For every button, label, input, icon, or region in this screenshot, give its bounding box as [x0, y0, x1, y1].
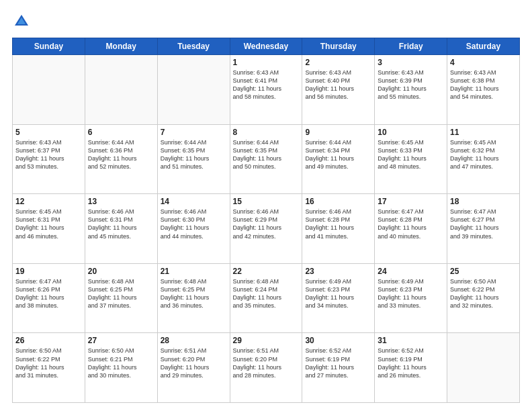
calendar-cell: 23Sunrise: 6:49 AM Sunset: 6:23 PM Dayli… [302, 263, 375, 333]
calendar-cell: 28Sunrise: 6:51 AM Sunset: 6:20 PM Dayli… [157, 333, 230, 403]
calendar-cell: 4Sunrise: 6:43 AM Sunset: 6:38 PM Daylig… [447, 55, 520, 125]
day-number: 23 [305, 267, 371, 276]
day-number: 16 [305, 197, 371, 206]
calendar-cell: 14Sunrise: 6:46 AM Sunset: 6:30 PM Dayli… [157, 194, 230, 264]
day-info: Sunrise: 6:45 AM Sunset: 6:32 PM Dayligh… [450, 138, 517, 171]
day-info: Sunrise: 6:49 AM Sunset: 6:23 PM Dayligh… [378, 277, 444, 310]
logo [12, 12, 34, 31]
day-info: Sunrise: 6:43 AM Sunset: 6:37 PM Dayligh… [15, 138, 82, 171]
day-number: 24 [378, 267, 444, 276]
day-number: 5 [15, 128, 82, 137]
calendar-cell: 25Sunrise: 6:50 AM Sunset: 6:22 PM Dayli… [447, 263, 520, 333]
day-info: Sunrise: 6:47 AM Sunset: 6:27 PM Dayligh… [450, 208, 517, 240]
calendar-cell: 12Sunrise: 6:45 AM Sunset: 6:31 PM Dayli… [13, 194, 85, 264]
calendar-row: 5Sunrise: 6:43 AM Sunset: 6:37 PM Daylig… [13, 124, 520, 194]
day-number: 4 [450, 58, 517, 67]
calendar-cell: 18Sunrise: 6:47 AM Sunset: 6:27 PM Dayli… [447, 194, 520, 264]
day-info: Sunrise: 6:51 AM Sunset: 6:20 PM Dayligh… [161, 347, 227, 379]
day-info: Sunrise: 6:45 AM Sunset: 6:31 PM Dayligh… [15, 208, 82, 240]
calendar-cell: 19Sunrise: 6:47 AM Sunset: 6:26 PM Dayli… [13, 263, 85, 333]
calendar-cell: 3Sunrise: 6:43 AM Sunset: 6:39 PM Daylig… [375, 55, 447, 125]
day-number: 30 [305, 336, 371, 345]
calendar-cell: 24Sunrise: 6:49 AM Sunset: 6:23 PM Dayli… [375, 263, 447, 333]
day-info: Sunrise: 6:44 AM Sunset: 6:35 PM Dayligh… [161, 138, 227, 171]
calendar-cell: 31Sunrise: 6:52 AM Sunset: 6:19 PM Dayli… [375, 333, 447, 403]
calendar-cell: 29Sunrise: 6:51 AM Sunset: 6:20 PM Dayli… [230, 333, 302, 403]
calendar-cell: 17Sunrise: 6:47 AM Sunset: 6:28 PM Dayli… [375, 194, 447, 264]
day-number: 26 [15, 336, 82, 345]
calendar-cell: 22Sunrise: 6:48 AM Sunset: 6:24 PM Dayli… [230, 263, 302, 333]
logo-icon [12, 12, 31, 31]
day-info: Sunrise: 6:50 AM Sunset: 6:22 PM Dayligh… [450, 277, 517, 310]
day-number: 11 [450, 128, 517, 137]
day-info: Sunrise: 6:51 AM Sunset: 6:20 PM Dayligh… [233, 347, 300, 379]
calendar-cell: 8Sunrise: 6:44 AM Sunset: 6:35 PM Daylig… [230, 124, 302, 194]
day-number: 21 [161, 267, 227, 276]
day-number: 15 [233, 197, 300, 206]
calendar-cell: 2Sunrise: 6:43 AM Sunset: 6:40 PM Daylig… [302, 55, 375, 125]
day-number: 29 [233, 336, 300, 345]
day-number: 7 [161, 128, 227, 137]
calendar-row: 1Sunrise: 6:43 AM Sunset: 6:41 PM Daylig… [13, 55, 520, 125]
day-number: 19 [15, 267, 82, 276]
day-info: Sunrise: 6:44 AM Sunset: 6:36 PM Dayligh… [88, 138, 154, 171]
calendar-cell: 7Sunrise: 6:44 AM Sunset: 6:35 PM Daylig… [157, 124, 230, 194]
day-info: Sunrise: 6:43 AM Sunset: 6:39 PM Dayligh… [378, 68, 444, 101]
calendar-cell: 13Sunrise: 6:46 AM Sunset: 6:31 PM Dayli… [85, 194, 157, 264]
day-info: Sunrise: 6:47 AM Sunset: 6:26 PM Dayligh… [15, 277, 82, 310]
day-number: 3 [378, 58, 444, 67]
day-number: 6 [88, 128, 154, 137]
weekday-header: Sunday [13, 38, 85, 55]
calendar-cell [447, 333, 520, 403]
calendar-cell [13, 55, 85, 125]
calendar-cell: 5Sunrise: 6:43 AM Sunset: 6:37 PM Daylig… [13, 124, 85, 194]
day-info: Sunrise: 6:46 AM Sunset: 6:28 PM Dayligh… [305, 208, 371, 240]
calendar-cell: 6Sunrise: 6:44 AM Sunset: 6:36 PM Daylig… [85, 124, 157, 194]
day-number: 13 [88, 197, 154, 206]
day-info: Sunrise: 6:45 AM Sunset: 6:33 PM Dayligh… [378, 138, 444, 171]
calendar-cell: 16Sunrise: 6:46 AM Sunset: 6:28 PM Dayli… [302, 194, 375, 264]
calendar-cell: 21Sunrise: 6:48 AM Sunset: 6:25 PM Dayli… [157, 263, 230, 333]
calendar-cell: 9Sunrise: 6:44 AM Sunset: 6:34 PM Daylig… [302, 124, 375, 194]
calendar-row: 19Sunrise: 6:47 AM Sunset: 6:26 PM Dayli… [13, 263, 520, 333]
calendar-table: SundayMondayTuesdayWednesdayThursdayFrid… [12, 38, 520, 403]
day-info: Sunrise: 6:48 AM Sunset: 6:25 PM Dayligh… [161, 277, 227, 310]
header [12, 12, 520, 31]
day-info: Sunrise: 6:46 AM Sunset: 6:29 PM Dayligh… [233, 208, 300, 240]
weekday-header: Wednesday [230, 38, 302, 55]
day-info: Sunrise: 6:52 AM Sunset: 6:19 PM Dayligh… [305, 347, 371, 379]
calendar-cell [157, 55, 230, 125]
day-number: 31 [378, 336, 444, 345]
day-number: 18 [450, 197, 517, 206]
weekday-header: Tuesday [157, 38, 230, 55]
calendar-cell: 15Sunrise: 6:46 AM Sunset: 6:29 PM Dayli… [230, 194, 302, 264]
weekday-header: Friday [375, 38, 447, 55]
day-number: 9 [305, 128, 371, 137]
page: SundayMondayTuesdayWednesdayThursdayFrid… [0, 0, 532, 411]
calendar-header-row: SundayMondayTuesdayWednesdayThursdayFrid… [13, 38, 520, 55]
day-number: 14 [161, 197, 227, 206]
day-info: Sunrise: 6:47 AM Sunset: 6:28 PM Dayligh… [378, 208, 444, 240]
day-info: Sunrise: 6:44 AM Sunset: 6:34 PM Dayligh… [305, 138, 371, 171]
day-number: 20 [88, 267, 154, 276]
day-info: Sunrise: 6:43 AM Sunset: 6:40 PM Dayligh… [305, 68, 371, 101]
calendar-cell: 10Sunrise: 6:45 AM Sunset: 6:33 PM Dayli… [375, 124, 447, 194]
day-info: Sunrise: 6:43 AM Sunset: 6:38 PM Dayligh… [450, 68, 517, 101]
day-number: 17 [378, 197, 444, 206]
calendar-cell: 26Sunrise: 6:50 AM Sunset: 6:22 PM Dayli… [13, 333, 85, 403]
day-number: 22 [233, 267, 300, 276]
day-info: Sunrise: 6:50 AM Sunset: 6:21 PM Dayligh… [88, 347, 154, 379]
calendar-cell: 20Sunrise: 6:48 AM Sunset: 6:25 PM Dayli… [85, 263, 157, 333]
day-info: Sunrise: 6:43 AM Sunset: 6:41 PM Dayligh… [233, 68, 300, 101]
day-number: 28 [161, 336, 227, 345]
day-number: 2 [305, 58, 371, 67]
day-number: 27 [88, 336, 154, 345]
day-info: Sunrise: 6:49 AM Sunset: 6:23 PM Dayligh… [305, 277, 371, 310]
calendar-cell: 11Sunrise: 6:45 AM Sunset: 6:32 PM Dayli… [447, 124, 520, 194]
calendar-row: 12Sunrise: 6:45 AM Sunset: 6:31 PM Dayli… [13, 194, 520, 264]
day-info: Sunrise: 6:52 AM Sunset: 6:19 PM Dayligh… [378, 347, 444, 379]
weekday-header: Monday [85, 38, 157, 55]
day-number: 1 [233, 58, 300, 67]
day-info: Sunrise: 6:46 AM Sunset: 6:30 PM Dayligh… [161, 208, 227, 240]
day-info: Sunrise: 6:48 AM Sunset: 6:25 PM Dayligh… [88, 277, 154, 310]
